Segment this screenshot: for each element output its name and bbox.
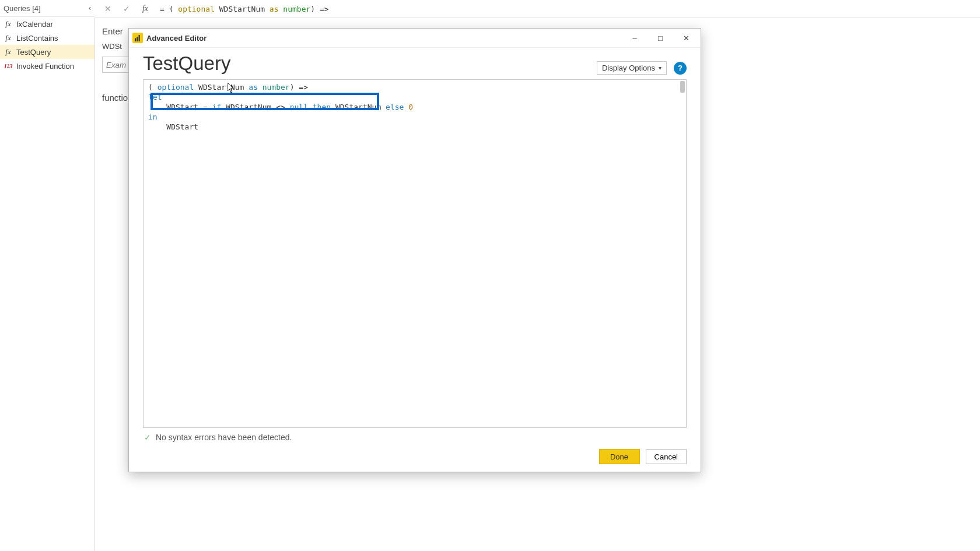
code-content: ( optional WDStartNum as number) => let … [144, 80, 686, 134]
formula-token: ) => [310, 5, 328, 13]
queries-header-label: Queries [4] [4, 4, 41, 13]
dialog-title: TestQuery [143, 52, 230, 75]
help-icon[interactable]: ? [674, 62, 687, 75]
minimize-icon[interactable]: – [624, 29, 646, 47]
powerbi-icon [132, 33, 143, 43]
svg-rect-0 [135, 38, 136, 41]
fx-icon: fx [4, 33, 13, 43]
code-line: let [148, 92, 681, 102]
commit-edit-icon[interactable]: ✓ [120, 2, 133, 15]
code-line: WDStart [148, 122, 681, 132]
dialog-window-title: Advanced Editor [146, 34, 206, 43]
fx-icon[interactable]: fx [139, 2, 152, 15]
check-icon: ✓ [144, 433, 151, 442]
formula-token: = [160, 5, 164, 13]
fx-icon: fx [4, 47, 13, 57]
display-options-dropdown[interactable]: Display Options ▾ [597, 61, 667, 75]
queries-header: Queries [4] ‹ [0, 0, 94, 17]
close-icon[interactable]: ✕ [675, 29, 697, 47]
number-icon: 123 [4, 61, 13, 71]
query-item[interactable]: 123 Invoked Function [0, 59, 94, 73]
dialog-button-row: Done Cancel [143, 444, 687, 464]
code-line: in [148, 112, 681, 122]
chevron-down-icon: ▾ [659, 65, 662, 71]
query-item[interactable]: fx fxCalendar [0, 17, 94, 31]
chevron-left-icon[interactable]: ‹ [89, 4, 91, 12]
cancel-edit-icon[interactable]: ✕ [102, 2, 114, 15]
cancel-button[interactable]: Cancel [646, 449, 687, 464]
formula-token: optional [178, 5, 215, 13]
query-item[interactable]: fx ListContains [0, 31, 94, 45]
display-options-label: Display Options [602, 64, 655, 72]
query-label: ListContains [16, 34, 58, 43]
maximize-icon[interactable]: □ [649, 29, 671, 47]
query-label: fxCalendar [16, 20, 53, 29]
svg-rect-2 [138, 35, 139, 41]
formula-token: ( [169, 5, 178, 13]
formula-bar-input[interactable]: = ( optional WDStartNum as number) => [160, 5, 980, 13]
formula-token: as [270, 5, 279, 13]
query-item-selected[interactable]: fx TestQuery [0, 45, 94, 59]
dialog-titlebar[interactable]: Advanced Editor – □ ✕ [129, 29, 701, 48]
formula-token: WDStartNum [215, 5, 270, 13]
query-label: TestQuery [16, 48, 51, 57]
fx-icon: fx [4, 19, 13, 29]
code-line: WDStart = if WDStartNum <> null then WDS… [148, 102, 681, 112]
query-label: Invoked Function [16, 62, 74, 71]
svg-rect-1 [136, 37, 138, 41]
queries-panel: Queries [4] ‹ fx fxCalendar fx ListConta… [0, 0, 95, 551]
advanced-editor-dialog: Advanced Editor – □ ✕ TestQuery Display … [128, 28, 701, 472]
code-editor[interactable]: ( optional WDStartNum as number) => let … [143, 79, 687, 428]
syntax-status-text: No syntax errors have been detected. [156, 433, 292, 442]
done-button[interactable]: Done [599, 449, 640, 464]
formula-bar: ✕ ✓ fx = ( optional WDStartNum as number… [94, 0, 980, 18]
syntax-status: ✓ No syntax errors have been detected. [143, 428, 687, 444]
formula-token: number [283, 5, 310, 13]
code-line: ( optional WDStartNum as number) => [148, 82, 681, 92]
